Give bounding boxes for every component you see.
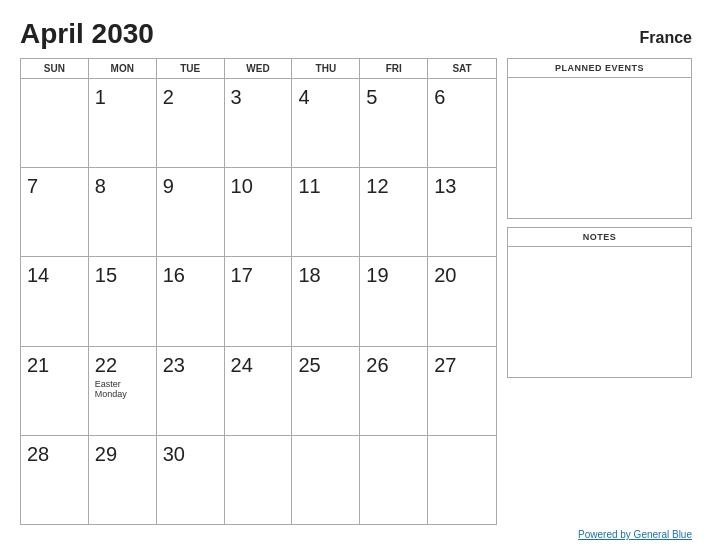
calendar-header: SUNMONTUEWEDTHUFRISAT — [21, 59, 496, 79]
day-number: 8 — [95, 174, 106, 198]
planned-events-box: PLANNED EVENTS — [507, 58, 692, 219]
calendar-cell: 30 — [157, 436, 225, 524]
calendar-week-4: 2122Easter Monday2324252627 — [21, 347, 496, 436]
calendar-cell — [428, 436, 496, 524]
notes-content[interactable] — [508, 247, 691, 377]
calendar-cell: 25 — [292, 347, 360, 435]
calendar-cell: 2 — [157, 79, 225, 167]
calendar-cell: 23 — [157, 347, 225, 435]
calendar-cell: 4 — [292, 79, 360, 167]
day-number: 19 — [366, 263, 388, 287]
calendar-body: 12345678910111213141516171819202122Easte… — [21, 79, 496, 524]
notes-title: NOTES — [508, 228, 691, 247]
day-number: 10 — [231, 174, 253, 198]
calendar-cell: 20 — [428, 257, 496, 345]
calendar-cell: 17 — [225, 257, 293, 345]
calendar-cell: 3 — [225, 79, 293, 167]
planned-events-content[interactable] — [508, 78, 691, 218]
day-number: 13 — [434, 174, 456, 198]
day-number: 17 — [231, 263, 253, 287]
day-header-sat: SAT — [428, 59, 496, 78]
day-number: 25 — [298, 353, 320, 377]
day-number: 14 — [27, 263, 49, 287]
calendar-cell: 12 — [360, 168, 428, 256]
day-header-thu: THU — [292, 59, 360, 78]
day-number: 22 — [95, 353, 117, 377]
calendar-cell: 22Easter Monday — [89, 347, 157, 435]
day-number: 2 — [163, 85, 174, 109]
day-number: 1 — [95, 85, 106, 109]
day-number: 26 — [366, 353, 388, 377]
day-number: 18 — [298, 263, 320, 287]
planned-events-title: PLANNED EVENTS — [508, 59, 691, 78]
day-number: 5 — [366, 85, 377, 109]
notes-box: NOTES — [507, 227, 692, 378]
day-header-fri: FRI — [360, 59, 428, 78]
day-number: 29 — [95, 442, 117, 466]
day-header-mon: MON — [89, 59, 157, 78]
sidebar: PLANNED EVENTS NOTES — [507, 58, 692, 525]
powered-by-link[interactable]: Powered by General Blue — [578, 529, 692, 540]
day-number: 12 — [366, 174, 388, 198]
page-title: April 2030 — [20, 18, 154, 50]
day-number: 7 — [27, 174, 38, 198]
footer: Powered by General Blue — [20, 529, 692, 540]
day-number: 30 — [163, 442, 185, 466]
day-number: 21 — [27, 353, 49, 377]
calendar-cell: 13 — [428, 168, 496, 256]
holiday-label: Easter Monday — [95, 379, 150, 401]
calendar-cell: 9 — [157, 168, 225, 256]
calendar-cell: 29 — [89, 436, 157, 524]
calendar-cell: 28 — [21, 436, 89, 524]
calendar-cell: 5 — [360, 79, 428, 167]
day-header-wed: WED — [225, 59, 293, 78]
day-number: 3 — [231, 85, 242, 109]
calendar-cell: 16 — [157, 257, 225, 345]
calendar: SUNMONTUEWEDTHUFRISAT 123456789101112131… — [20, 58, 497, 525]
day-number: 24 — [231, 353, 253, 377]
calendar-cell — [225, 436, 293, 524]
calendar-cell: 7 — [21, 168, 89, 256]
day-number: 4 — [298, 85, 309, 109]
calendar-cell: 26 — [360, 347, 428, 435]
calendar-cell: 11 — [292, 168, 360, 256]
calendar-week-3: 14151617181920 — [21, 257, 496, 346]
calendar-cell: 21 — [21, 347, 89, 435]
day-number: 11 — [298, 174, 320, 198]
calendar-cell: 10 — [225, 168, 293, 256]
calendar-cell: 14 — [21, 257, 89, 345]
calendar-cell: 24 — [225, 347, 293, 435]
main-area: SUNMONTUEWEDTHUFRISAT 123456789101112131… — [20, 58, 692, 525]
day-number: 27 — [434, 353, 456, 377]
day-header-sun: SUN — [21, 59, 89, 78]
day-number: 28 — [27, 442, 49, 466]
calendar-week-2: 78910111213 — [21, 168, 496, 257]
day-number: 23 — [163, 353, 185, 377]
calendar-cell — [292, 436, 360, 524]
calendar-cell: 6 — [428, 79, 496, 167]
day-number: 15 — [95, 263, 117, 287]
calendar-cell: 1 — [89, 79, 157, 167]
day-number: 9 — [163, 174, 174, 198]
calendar-cell: 8 — [89, 168, 157, 256]
calendar-week-5: 282930 — [21, 436, 496, 524]
day-number: 20 — [434, 263, 456, 287]
day-number: 16 — [163, 263, 185, 287]
country-label: France — [640, 29, 692, 47]
calendar-cell: 27 — [428, 347, 496, 435]
day-number: 6 — [434, 85, 445, 109]
calendar-week-1: 123456 — [21, 79, 496, 168]
calendar-cell: 19 — [360, 257, 428, 345]
calendar-cell — [360, 436, 428, 524]
calendar-cell — [21, 79, 89, 167]
calendar-cell: 15 — [89, 257, 157, 345]
day-header-tue: TUE — [157, 59, 225, 78]
calendar-cell: 18 — [292, 257, 360, 345]
